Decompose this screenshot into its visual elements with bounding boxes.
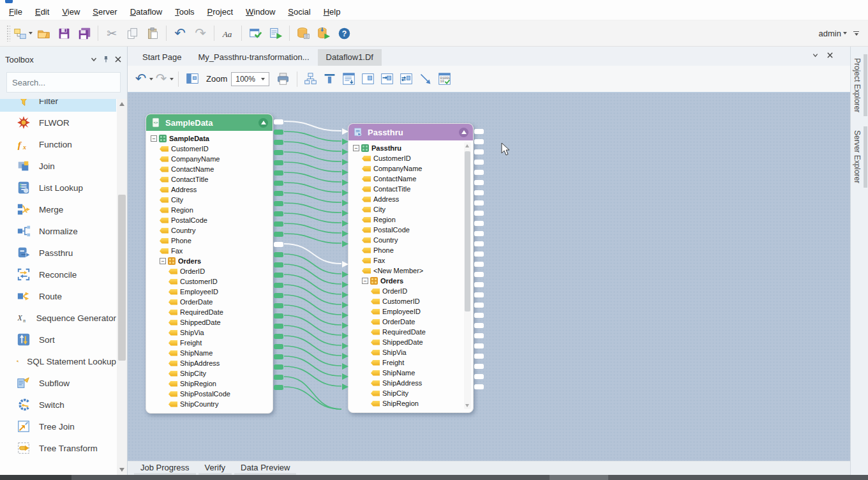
canvas-toolbar-print-button[interactable]	[274, 70, 292, 88]
tree-row-shipaddress[interactable]: ShipAddress	[149, 358, 271, 368]
tree-row-freight[interactable]: Freight	[351, 357, 472, 368]
tree-row-shipvia[interactable]: ShipVia	[149, 327, 271, 338]
input-port[interactable]	[342, 220, 348, 227]
tree-row-postalcode[interactable]: PostalCode	[149, 215, 271, 225]
output-port[interactable]	[274, 324, 283, 329]
scroll-down-icon[interactable]	[119, 468, 124, 472]
output-port[interactable]	[274, 242, 283, 247]
tree-row-shipname[interactable]: ShipName	[149, 348, 271, 358]
menu-file[interactable]: File	[3, 5, 29, 19]
output-port[interactable]	[474, 190, 484, 195]
output-port[interactable]	[474, 251, 484, 257]
node-sampledata[interactable]: <> SampleData SampleDataCustomerIDCompan…	[146, 114, 273, 414]
tree-row-freight[interactable]: Freight	[149, 338, 271, 348]
node-header[interactable]: Passthru	[348, 124, 473, 140]
tree-row-phone[interactable]: Phone	[351, 245, 472, 255]
output-port[interactable]	[274, 364, 283, 370]
output-port[interactable]	[274, 283, 283, 288]
rail-tab-project-explorer[interactable]: Project Explorer	[852, 54, 867, 116]
tree-row-sampledata[interactable]: SampleData	[149, 133, 271, 144]
toolbox-item-filter[interactable]: Filter	[0, 99, 116, 112]
tree-row-shipname[interactable]: ShipName	[351, 368, 472, 378]
output-port[interactable]	[274, 313, 283, 319]
tree-row-companyname[interactable]: CompanyName	[149, 154, 271, 164]
output-port[interactable]	[274, 344, 283, 349]
toolbar-run-transformation-button[interactable]	[266, 24, 285, 43]
menu-tools[interactable]: Tools	[168, 5, 200, 19]
toolbox-item-switch[interactable]: Switch	[0, 394, 116, 416]
input-port[interactable]	[342, 302, 348, 308]
output-port[interactable]	[474, 292, 484, 297]
tree-row-customerid[interactable]: CustomerID	[351, 153, 472, 163]
output-port[interactable]	[474, 313, 484, 318]
output-port[interactable]	[274, 385, 283, 390]
toolbar-help-button[interactable]: ?	[334, 24, 354, 43]
toolbox-item-flwor[interactable]: FLWOR	[0, 112, 116, 133]
input-port[interactable]	[342, 322, 348, 329]
toolbar-grip[interactable]	[6, 25, 10, 41]
output-port[interactable]	[274, 354, 283, 359]
input-port[interactable]	[342, 384, 348, 390]
tab-my-passthru-transformation[interactable]: My_Passthru-transformation...	[190, 49, 317, 66]
tree-row-customerid[interactable]: CustomerID	[351, 296, 472, 306]
toolbar-save-button[interactable]	[54, 24, 73, 43]
tree-row-orderid[interactable]: OrderID	[351, 286, 472, 296]
canvas-toolbar-show-panel-button[interactable]	[359, 70, 377, 88]
input-port[interactable]	[342, 179, 348, 186]
input-port[interactable]	[342, 200, 348, 206]
toolbox-item-subflow[interactable]: Subflow	[0, 372, 116, 394]
tree-row-shippeddate[interactable]: ShippedDate	[149, 317, 271, 327]
toolbox-item-sequence-generator[interactable]: XnSequence Generator	[0, 307, 116, 329]
tree-row-contactname[interactable]: ContactName	[351, 174, 472, 184]
canvas-toolbar-auto-layout-button[interactable]	[183, 70, 201, 88]
expander-icon[interactable]	[160, 258, 166, 264]
output-port[interactable]	[474, 333, 484, 338]
tree-row-employeeid[interactable]: EmployeeID	[149, 287, 271, 297]
tree-row-shippostalcode[interactable]: ShipPostalCode	[149, 389, 271, 399]
output-port[interactable]	[274, 221, 283, 227]
toolbar-redo-button[interactable]: ↷	[191, 24, 210, 43]
menu-view[interactable]: View	[56, 5, 86, 19]
canvas-toolbar-data-check-button[interactable]: 0100110	[436, 70, 454, 88]
canvas-toolbar-draw-link-button[interactable]	[417, 70, 435, 88]
rail-tab-server-explorer[interactable]: Server Explorer	[852, 126, 867, 187]
toolbar-db-run-button[interactable]	[314, 24, 333, 43]
scroll-up-icon[interactable]	[119, 102, 124, 106]
tree-row-contacttitle[interactable]: ContactTitle	[149, 174, 271, 184]
tab-start-page[interactable]: Start Page	[134, 49, 190, 66]
toolbox-scrollbar[interactable]	[117, 99, 127, 475]
close-icon[interactable]	[827, 52, 834, 59]
output-port[interactable]	[274, 262, 283, 267]
zoom-select[interactable]: 100%	[231, 72, 269, 86]
output-port[interactable]	[474, 384, 484, 389]
output-port[interactable]	[274, 303, 283, 308]
tree-row-address[interactable]: Address	[149, 184, 271, 195]
search-input[interactable]	[12, 78, 124, 87]
tree-row-shipregion[interactable]: ShipRegion	[351, 398, 472, 409]
canvas-toolbar-redo-button[interactable]: ↷	[154, 70, 174, 88]
input-port[interactable]	[342, 271, 348, 278]
bottom-tab-data-preview[interactable]: Data Preview	[234, 461, 296, 476]
tree-row-employeeid[interactable]: EmployeeID	[351, 306, 472, 317]
output-port[interactable]	[474, 282, 484, 287]
toolbar-copy-button[interactable]	[123, 24, 142, 43]
input-port[interactable]	[342, 261, 348, 267]
tree-row-fax[interactable]: Fax	[351, 255, 472, 266]
output-port[interactable]	[474, 231, 484, 236]
node-scrollbar[interactable]	[464, 142, 471, 409]
output-port[interactable]	[474, 149, 484, 154]
tree-row-shippeddate[interactable]: ShippedDate	[351, 337, 472, 347]
output-port[interactable]	[274, 160, 283, 165]
toolbox-item-sql-statement-lookup[interactable]: SQL Statement Lookup	[0, 350, 116, 372]
scrollbar-thumb[interactable]	[118, 195, 126, 361]
tree-row-fax[interactable]: Fax	[149, 246, 271, 256]
canvas-toolbar-swap-panel-button[interactable]	[398, 70, 415, 88]
pin-icon[interactable]	[102, 56, 110, 63]
input-port[interactable]	[342, 292, 348, 298]
toolbar-db-write-button[interactable]	[294, 24, 313, 43]
output-port[interactable]	[274, 170, 283, 176]
toolbox-item-list-lookup[interactable]: List Lookup	[0, 177, 116, 199]
output-port[interactable]	[274, 140, 283, 145]
tree-row-shipvia[interactable]: ShipVia	[351, 347, 472, 357]
canvas-toolbar-undo-button[interactable]: ↶	[134, 70, 153, 88]
